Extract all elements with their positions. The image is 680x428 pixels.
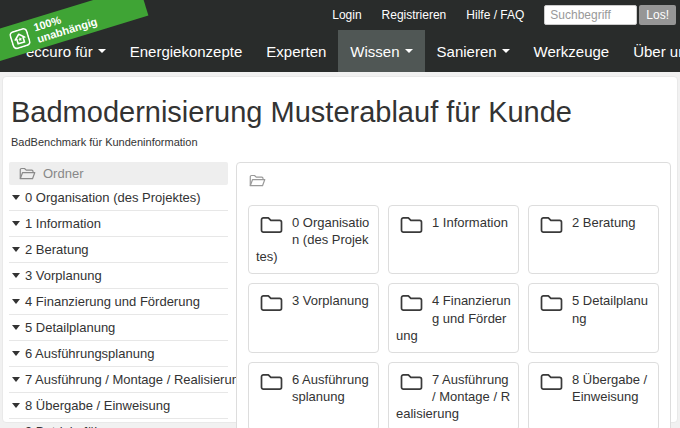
folder-tile-label: 6 Ausführungsplanung: [292, 372, 369, 404]
folder-icon: [259, 372, 284, 392]
folder-icon: [539, 372, 564, 392]
nav-label: Werkzeuge: [534, 43, 610, 60]
nav-item-ueber-uns[interactable]: Über uns: [621, 30, 680, 72]
folder-tile-label: 5 Detailplanung: [572, 293, 648, 325]
caret-down-icon: [12, 299, 20, 304]
folder-icon: [539, 215, 564, 235]
folder-tree-item-label: 7 Ausführung / Montage / Realisierung: [25, 372, 246, 387]
folder-tree-item-label: 2 Beratung: [25, 242, 89, 257]
folder-tiles: 0 Organisation (des Projektes) 1 Informa…: [248, 205, 659, 428]
folder-tile[interactable]: 8 Übergabe / Einweisung: [528, 362, 659, 428]
nav-item-werkzeuge[interactable]: Werkzeuge: [522, 30, 622, 72]
folder-tile[interactable]: 2 Beratung: [528, 205, 659, 274]
folder-tile[interactable]: 7 Ausführung / Montage / Realisierung: [388, 362, 519, 428]
open-folder-icon: [19, 167, 36, 181]
page-subtitle: BadBenchmark für Kundeninformation: [11, 136, 671, 148]
folder-tree-item[interactable]: 0 Organisation (des Projektes): [9, 185, 228, 211]
nav-label: Energiekonzepte: [130, 43, 243, 60]
nav-item-sanieren[interactable]: Sanieren: [425, 30, 522, 72]
nav-label: Über uns: [633, 43, 680, 60]
folder-tree-item-label: 1 Information: [25, 216, 101, 231]
folder-tree-item[interactable]: 1 Information: [9, 211, 228, 237]
breadcrumb[interactable]: [249, 174, 659, 192]
folder-tree: 0 Organisation (des Projektes) 1 Informa…: [9, 185, 228, 428]
nav-label: Wissen: [350, 43, 399, 60]
folder-tile[interactable]: 1 Information: [388, 205, 519, 274]
folder-tree-item-label: 9 Betriebsführung: [25, 424, 128, 428]
folder-tile-label: 3 Vorplanung: [292, 293, 369, 308]
folder-tile[interactable]: 6 Ausführungsplanung: [248, 362, 379, 428]
open-folder-icon: [249, 174, 266, 188]
folder-tile[interactable]: 3 Vorplanung: [248, 283, 379, 352]
nav-label: Experten: [266, 43, 326, 60]
nav-item-wissen[interactable]: Wissen: [338, 30, 424, 72]
login-link[interactable]: Login: [332, 8, 361, 22]
folder-icon: [259, 293, 284, 313]
folder-icon: [399, 293, 424, 313]
folder-tree-item[interactable]: 9 Betriebsführung: [9, 419, 228, 428]
sidebar-header: Ordner: [9, 162, 228, 185]
caret-down-icon: [12, 351, 20, 356]
sidebar-header-label: Ordner: [43, 166, 83, 181]
folder-tree-item[interactable]: 4 Finanzierung und Förderung: [9, 289, 228, 315]
chevron-down-icon: [98, 49, 106, 53]
search-submit-button[interactable]: Los!: [639, 5, 676, 25]
folder-tile-label: 1 Information: [432, 215, 508, 230]
folder-browser-panel: 0 Organisation (des Projektes) 1 Informa…: [236, 162, 671, 428]
header: Login Registrieren Hilfe / FAQ Los! eccu…: [0, 0, 680, 72]
search-input[interactable]: [544, 5, 637, 25]
folder-tree-item-label: 4 Finanzierung und Förderung: [25, 294, 200, 309]
folder-tree-item[interactable]: 3 Vorplanung: [9, 263, 228, 289]
page-card: Badmodernisierung Musterablauf für Kunde…: [2, 76, 678, 423]
page-title: Badmodernisierung Musterablauf für Kunde: [11, 96, 671, 129]
folder-tree-item-label: 6 Ausführungsplanung: [25, 346, 154, 361]
folder-tree-item-label: 8 Übergabe / Einweisung: [25, 398, 170, 413]
folder-tree-item-label: 0 Organisation (des Projektes): [25, 190, 201, 205]
folder-icon: [399, 215, 424, 235]
caret-down-icon: [12, 377, 20, 382]
folder-tree-item[interactable]: 5 Detailplanung: [9, 315, 228, 341]
folder-tile-label: 8 Übergabe / Einweisung: [572, 372, 647, 404]
folder-tree-item[interactable]: 2 Beratung: [9, 237, 228, 263]
folder-icon: [539, 293, 564, 313]
nav-item-energiekonzepte[interactable]: Energiekonzepte: [118, 30, 255, 72]
caret-down-icon: [12, 221, 20, 226]
content-area: Ordner 0 Organisation (des Projektes) 1 …: [9, 162, 671, 428]
chevron-down-icon: [405, 49, 413, 53]
caret-down-icon: [12, 247, 20, 252]
folder-tree-item[interactable]: 7 Ausführung / Montage / Realisierung: [9, 367, 228, 393]
folder-icon: [259, 215, 284, 235]
folder-tile[interactable]: 5 Detailplanung: [528, 283, 659, 352]
caret-down-icon: [12, 195, 20, 200]
folder-tree-item-label: 5 Detailplanung: [25, 320, 115, 335]
register-link[interactable]: Registrieren: [382, 8, 447, 22]
nav-label: Sanieren: [437, 43, 497, 60]
chevron-down-icon: [502, 49, 510, 53]
search-box: Los!: [544, 5, 676, 25]
folder-tree-item[interactable]: 8 Übergabe / Einweisung: [9, 393, 228, 419]
folder-sidebar: Ordner 0 Organisation (des Projektes) 1 …: [9, 162, 228, 428]
folder-icon: [399, 372, 424, 392]
caret-down-icon: [12, 325, 20, 330]
caret-down-icon: [12, 403, 20, 408]
folder-tile-label: 2 Beratung: [572, 215, 636, 230]
help-faq-link[interactable]: Hilfe / FAQ: [466, 8, 524, 22]
folder-tile[interactable]: 4 Finanzierung und Förderung: [388, 283, 519, 352]
folder-tree-item-label: 3 Vorplanung: [25, 268, 102, 283]
folder-tile[interactable]: 0 Organisation (des Projektes): [248, 205, 379, 274]
folder-tree-item[interactable]: 6 Ausführungsplanung: [9, 341, 228, 367]
main-navigation: eccuro für Energiekonzepte Experten Wiss…: [0, 30, 680, 72]
house-star-icon: [8, 27, 32, 51]
caret-down-icon: [12, 273, 20, 278]
nav-item-experten[interactable]: Experten: [254, 30, 338, 72]
